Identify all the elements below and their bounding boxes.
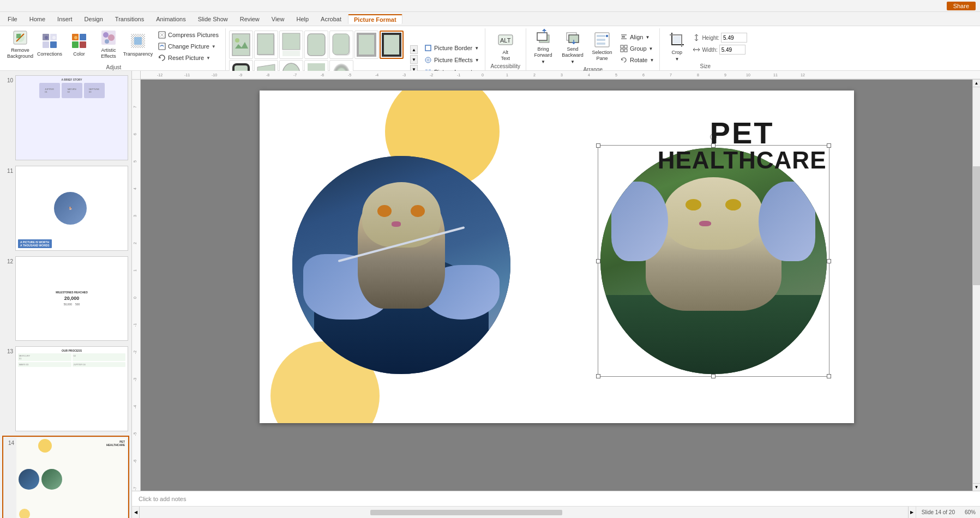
scroll-thumb-h[interactable]: [370, 510, 562, 515]
picture-effects-icon: [424, 56, 432, 64]
slide-thumbnail-12[interactable]: 12 MILESTONES REACHED 20,000 50,000 500: [2, 255, 129, 342]
svg-text:5: 5: [133, 160, 137, 162]
send-backward-icon: [564, 28, 581, 45]
scroll-down-button[interactable]: ▼: [973, 483, 980, 491]
compress-pictures-button[interactable]: Compress Pictures: [156, 29, 221, 40]
svg-rect-57: [597, 35, 605, 37]
scrollbar-track-h[interactable]: [140, 507, 908, 518]
group-button[interactable]: Group ▼: [618, 43, 656, 54]
svg-text:-4: -4: [133, 405, 137, 408]
height-input[interactable]: [721, 33, 747, 43]
tab-design[interactable]: Design: [79, 15, 109, 23]
color-button[interactable]: Color: [65, 28, 93, 60]
rotate-button[interactable]: Rotate ▼: [618, 55, 656, 65]
tab-insert[interactable]: Insert: [52, 15, 78, 23]
svg-text:-11: -11: [184, 73, 190, 77]
handle-bl[interactable]: [596, 374, 600, 378]
picture-style-5[interactable]: [329, 31, 353, 59]
svg-text:-10: -10: [212, 73, 217, 77]
svg-rect-5: [43, 41, 49, 48]
tab-transitions[interactable]: Transitions: [110, 15, 149, 23]
cat-circle-right[interactable]: [600, 148, 827, 374]
alt-text-icon: ALT: [497, 32, 514, 48]
slide-canvas: PET HEALTHCARE: [260, 91, 854, 423]
svg-text:2: 2: [133, 242, 137, 244]
change-picture-arrow[interactable]: ▼: [212, 44, 216, 49]
tab-acrobat[interactable]: Acrobat: [315, 15, 347, 23]
svg-rect-24: [232, 34, 250, 56]
tab-slideshow[interactable]: Slide Show: [193, 15, 233, 23]
send-backward-arrow[interactable]: ▼: [570, 59, 575, 64]
tab-home[interactable]: Home: [24, 15, 51, 23]
svg-text:4: 4: [133, 188, 137, 190]
align-arrow[interactable]: ▼: [646, 35, 650, 40]
tab-animations[interactable]: Animations: [151, 15, 191, 23]
scrollbar-horizontal-right[interactable]: ▶: [908, 507, 916, 518]
cat-circle-left[interactable]: [292, 156, 510, 374]
reset-picture-arrow[interactable]: ▼: [206, 56, 211, 61]
scroll-thumb-v[interactable]: [973, 166, 980, 285]
slide-thumbnail-10[interactable]: 10 A BRIEF STORY JUPITER01 SATURN02 NEPT…: [2, 74, 129, 161]
reset-picture-button[interactable]: Reset Picture ▼: [156, 52, 221, 63]
scrollbar-vertical[interactable]: ▲ ▼: [972, 80, 980, 491]
crop-button[interactable]: Crop ▼: [663, 31, 690, 62]
handle-br[interactable]: [827, 374, 831, 378]
handle-ml[interactable]: [596, 259, 600, 263]
picture-style-7[interactable]: [380, 31, 404, 59]
picture-effects-arrow[interactable]: ▼: [475, 58, 479, 63]
svg-text:1: 1: [133, 269, 137, 272]
svg-text:ALT: ALT: [500, 37, 511, 44]
artistic-effects-button[interactable]: ArtisticEffects: [95, 28, 122, 60]
tab-pictureformat[interactable]: Picture Format: [348, 14, 402, 24]
send-backward-button[interactable]: SendBackward ▼: [559, 31, 586, 62]
color-icon: [70, 32, 88, 50]
picture-style-6[interactable]: [354, 31, 378, 59]
slide-thumbnail-11[interactable]: 11 🐕 A PICTURE IS WORTHA THOUSAND WORDS: [2, 165, 129, 252]
alt-text-button[interactable]: ALT AltText: [492, 31, 519, 62]
transparency-button[interactable]: Transparency: [124, 28, 152, 60]
share-button[interactable]: Share: [947, 2, 976, 10]
tab-file[interactable]: File: [2, 15, 23, 23]
change-picture-icon: [158, 43, 166, 50]
tab-help[interactable]: Help: [291, 15, 314, 23]
bring-forward-arrow[interactable]: ▼: [541, 59, 545, 64]
handle-tr[interactable]: [827, 143, 831, 148]
group-arrow[interactable]: ▼: [649, 46, 653, 51]
transparency-icon: [129, 32, 147, 50]
scroll-up-button[interactable]: ▲: [973, 80, 980, 87]
slide-thumbnail-14[interactable]: 14 PETHEALTHCARE: [2, 436, 129, 518]
crop-arrow[interactable]: ▼: [675, 57, 679, 62]
svg-text:-1: -1: [457, 73, 460, 77]
svg-text:-7: -7: [293, 73, 297, 77]
handle-mr[interactable]: [827, 259, 831, 263]
styles-scroll-down[interactable]: ▼: [410, 55, 418, 64]
rotate-arrow[interactable]: ▼: [650, 58, 654, 63]
svg-text:10: 10: [746, 73, 750, 77]
picture-effects-button[interactable]: Picture Effects ▼: [422, 55, 482, 65]
picture-style-1[interactable]: [229, 31, 253, 59]
tab-review[interactable]: Review: [235, 15, 265, 23]
tab-view[interactable]: View: [266, 15, 290, 23]
picture-style-4[interactable]: [304, 31, 328, 59]
picture-style-3[interactable]: [279, 31, 303, 59]
picture-border-button[interactable]: Picture Border ▼: [422, 43, 482, 53]
slide-thumbnail-13[interactable]: 13 OUR PROCESS MERCURY01 02 MARS 03 JUPI…: [2, 345, 129, 432]
corrections-button[interactable]: Corrections: [36, 28, 63, 60]
slide-canvas-area[interactable]: PET HEALTHCARE: [141, 80, 972, 491]
bring-forward-button[interactable]: BringForward ▼: [530, 31, 557, 62]
remove-background-icon: [11, 29, 29, 46]
handle-bm[interactable]: [711, 374, 716, 378]
picture-style-2[interactable]: [254, 31, 278, 59]
styles-scroll-up[interactable]: ▲: [410, 45, 418, 54]
handle-tl[interactable]: [596, 143, 600, 148]
scrollbar-horizontal-left[interactable]: ◀: [132, 507, 140, 518]
change-picture-button[interactable]: Change Picture ▼: [156, 41, 221, 52]
width-input[interactable]: [719, 45, 745, 55]
cat-circle-right-container[interactable]: ↻: [600, 148, 827, 374]
remove-background-button[interactable]: Remove Background: [7, 28, 34, 60]
picture-border-arrow[interactable]: ▼: [474, 46, 479, 51]
svg-text:-6: -6: [133, 460, 137, 463]
editor-area: -12 -11 -10 -9 -8 -7 -6 -5 -4 -3 -2 -1 0…: [132, 71, 980, 518]
align-button[interactable]: Align ▼: [618, 32, 656, 43]
selection-pane-button[interactable]: SelectionPane: [588, 31, 616, 62]
